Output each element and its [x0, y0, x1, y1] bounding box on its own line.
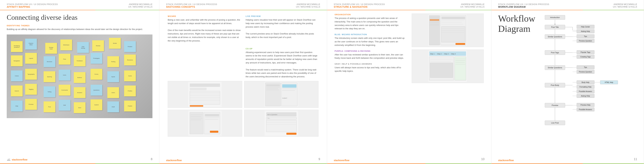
page3-author: ANDREW MCCMWILLE: [460, 3, 484, 5]
sketch-svg-3: [170, 111, 240, 136]
sticky-note: Voting: [44, 86, 55, 97]
page4-category: STACK OVERFLOW UX / UI DESIGN PROCESS: [498, 3, 549, 5]
svg-rect-63: [455, 57, 466, 80]
sticky-note: Usertesting: [77, 42, 89, 53]
sketch-2: SUBMIT: [244, 81, 319, 108]
node-tips-1: Tips: [584, 35, 587, 37]
sticky-note: Forms: [90, 69, 102, 80]
page1-header-left: STACK OVERFLOW UX / UI DESIGN PROCESS AF…: [7, 3, 58, 8]
live-preview-text: Helping users visualize how their post w…: [246, 18, 319, 39]
workflow-diagram-col: Introduction Post Title Help Center Aski…: [543, 13, 637, 138]
page4-author: ANDREW MCCMWILLE: [613, 3, 637, 5]
page3-author2: UX / MACHINE UI KILLS: [460, 5, 484, 8]
svg-rect-33: [210, 131, 218, 133]
page-affinity-mapping: STACK OVERFLOW UX / UI DESIGN PROCESS AF…: [0, 0, 159, 164]
page3-header: STACK OVERFLOW UX / UI DESIGN PROCESS ST…: [327, 0, 491, 10]
node-post-tags: Post Tags: [551, 51, 559, 54]
node-help-center: Help Center: [581, 26, 590, 28]
node-post-title: Post Title: [551, 26, 559, 28]
page2-two-col: WIZARD Being a new user, and unfamiliar …: [168, 15, 318, 78]
so-logo-3: stackoverflow: [334, 159, 349, 162]
sticky-note: Help: [11, 101, 23, 111]
svg-rect-50: [442, 16, 465, 19]
workflow-svg: Introduction Post Title Help Center Aski…: [543, 13, 637, 137]
node-creating-tags: Creating Tags: [580, 56, 591, 58]
page2-author2: UX / MACHINE UI KILLS: [296, 5, 320, 8]
so-logo-4: stackoverflow: [498, 159, 514, 162]
node-asking-help-1: Asking Help: [581, 30, 590, 32]
so-logo-2: stackoverflow: [166, 159, 182, 162]
page1-content: Connecting diverse ideas IDENTIFYING THE…: [0, 10, 159, 122]
node-preview: Preview: [552, 104, 558, 106]
so-logo-text: stackoverflow: [12, 158, 27, 161]
so-logo-text-2: stackoverflow: [166, 159, 182, 162]
page1-category: STACK OVERFLOW UX / UI DESIGN PROCESS: [7, 3, 58, 5]
page1-section-label: IDENTIFYING THEMES: [7, 25, 152, 27]
svg-rect-46: [430, 16, 439, 18]
wizard-intro-label: BLUE: WIZARD INTRODUCTION: [334, 33, 407, 35]
page1-title: Connecting diverse ideas: [7, 13, 152, 21]
page3-number: 10: [481, 158, 484, 161]
sticky-note: Testing: [107, 56, 119, 67]
svg-rect-4: [190, 84, 220, 87]
composing-section: PURPLE: COMPOSING & REVISING After the u…: [334, 50, 407, 60]
sticky-note: Users: [107, 87, 119, 98]
page4-content: Workflow Diagram Introduction Post Title: [492, 10, 644, 141]
sticky-note: Questions: [90, 85, 102, 96]
page4-two-col: Workflow Diagram Introduction Post Title: [498, 13, 637, 138]
sticky-note: Post: [44, 101, 55, 112]
sticky-note: Prototypes: [90, 53, 102, 64]
page1-subtitle: AFFINITY MAPPING: [7, 5, 58, 8]
sticky-note: Profiles: [124, 86, 136, 96]
svg-rect-58: [456, 43, 465, 45]
node-formatting-help: Formatting Help: [580, 86, 592, 88]
node-asking-help-2: Asking Help: [581, 95, 590, 97]
page3-header-right: ANDREW MCCMWILLE UX / MACHINE UI KILLS: [460, 3, 484, 8]
node-html-help: HTML Help: [605, 81, 613, 83]
affinity-diagram: Identifyingproblems Exploreideas Designf…: [7, 34, 152, 118]
sticky-note: Spacing: [44, 71, 55, 82]
page4-author2: UX / MACHINE UI KILLS: [613, 5, 637, 8]
sticky-note: Designflows: [45, 43, 57, 54]
page1-header: STACK OVERFLOW UX / UI DESIGN PROCESS AF…: [0, 0, 159, 10]
so-logo-icon: [7, 158, 11, 162]
structure-svg-1: [414, 14, 482, 46]
svg-rect-54: [442, 26, 465, 42]
page3-content: ORGANIZATION The process of asking a que…: [327, 10, 491, 86]
concept-coop: CO-OP Allowing experienced users to help…: [246, 48, 319, 78]
structure-sketch-2: Step 1 → Step 2 → Step 3 → Step 4: [412, 49, 484, 83]
sticky-note: Edit: [59, 100, 70, 111]
node-preview-q1: Preview Question: [579, 40, 592, 42]
page3-header-left: STACK OVERFLOW UX / UI DESIGN PROCESS ST…: [334, 3, 385, 8]
help-text: Users will always have access to tips an…: [334, 66, 407, 73]
concept-wizard: WIZARD Being a new user, and unfamiliar …: [168, 15, 241, 43]
wizard-intro-section: BLUE: WIZARD INTRODUCTION The introducto…: [334, 33, 407, 47]
svg-rect-15: [266, 84, 280, 86]
wizard-intro-text: The introductory screen starts with only…: [334, 36, 407, 47]
page4-header-left: STACK OVERFLOW UX / UI DESIGN PROCESS WO…: [498, 3, 549, 8]
svg-rect-37: [266, 117, 296, 119]
sticky-note: Buttons: [74, 72, 86, 83]
org-section: ORGANIZATION The process of asking a que…: [334, 13, 407, 30]
sketch-images: SUBMIT: [168, 81, 318, 137]
sticky-note: Navigation: [11, 55, 23, 66]
sketch-svg-2: SUBMIT: [246, 82, 316, 107]
svg-rect-11: [190, 105, 203, 107]
page-workflow: STACK OVERFLOW UX / UI DESIGN PROCESS WO…: [492, 0, 644, 164]
sketch-svg-4: Ask a Question Title...: [246, 111, 316, 136]
svg-rect-2: [8, 159, 10, 159]
svg-rect-42: [286, 133, 296, 135]
wizard-label: WIZARD: [168, 15, 241, 17]
sticky-note: Flow: [59, 54, 70, 65]
node-introduction: Introduction: [550, 16, 560, 18]
wizard-text: Being a new user, and unfamiliar with th…: [168, 18, 241, 43]
page2-content: WIZARD Being a new user, and unfamiliar …: [159, 10, 327, 140]
sticky-note: Colors: [11, 70, 23, 81]
page1-body: Building up an affinity diagram allowed …: [7, 28, 152, 31]
node-possible-answers-1: Possible Answers: [579, 91, 592, 92]
sketch-4: Ask a Question Title...: [244, 110, 319, 137]
page4-text-col: Workflow Diagram: [498, 13, 538, 138]
node-post-body: Post Body: [551, 84, 559, 86]
concept-empty: [168, 48, 241, 78]
sticky-note: Finalize: [124, 41, 136, 52]
